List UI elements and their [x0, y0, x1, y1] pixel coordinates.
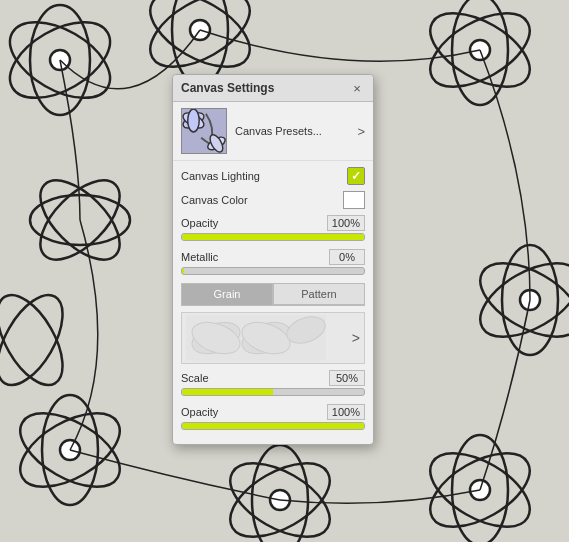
scale-slider-track[interactable]: [181, 388, 365, 396]
metallic-slider-fill: [182, 268, 184, 274]
preset-label-row[interactable]: Canvas Presets... >: [235, 124, 365, 139]
canvas-settings-dialog: Canvas Settings × Canvas Presets... >: [172, 74, 374, 445]
opacity2-slider-track[interactable]: [181, 422, 365, 430]
grain-preview-image: [186, 315, 326, 361]
opacity2-label: Opacity: [181, 406, 218, 418]
grain-preview: >: [181, 312, 365, 364]
grain-next-arrow-icon[interactable]: >: [352, 330, 360, 346]
opacity-slider-fill: [182, 234, 364, 240]
canvas-lighting-label: Canvas Lighting: [181, 170, 260, 182]
scale-slider-row: Scale 50%: [181, 370, 365, 396]
canvas-lighting-checkbox[interactable]: [347, 167, 365, 185]
opacity-label: Opacity: [181, 217, 218, 229]
opacity2-value: 100%: [327, 404, 365, 420]
opacity-value: 100%: [327, 215, 365, 231]
opacity2-slider-fill: [182, 423, 364, 429]
tab-pattern[interactable]: Pattern: [273, 283, 365, 305]
svg-point-37: [188, 109, 199, 132]
preset-label: Canvas Presets...: [235, 125, 322, 137]
grain-pattern-tabs: Grain Pattern: [181, 283, 365, 306]
tab-grain[interactable]: Grain: [181, 283, 273, 305]
metallic-slider-track[interactable]: [181, 267, 365, 275]
metallic-slider-row: Metallic 0%: [181, 249, 365, 275]
scale-label: Scale: [181, 372, 209, 384]
canvas-color-label: Canvas Color: [181, 194, 248, 206]
preset-thumbnail: [181, 108, 227, 154]
close-button[interactable]: ×: [349, 80, 365, 96]
metallic-label: Metallic: [181, 251, 218, 263]
dialog-title: Canvas Settings: [181, 81, 274, 95]
metallic-value: 0%: [329, 249, 365, 265]
dialog-titlebar: Canvas Settings ×: [173, 75, 373, 102]
opacity-slider-row: Opacity 100%: [181, 215, 365, 241]
scale-value: 50%: [329, 370, 365, 386]
canvas-lighting-row: Canvas Lighting: [181, 167, 365, 185]
opacity-slider-track[interactable]: [181, 233, 365, 241]
canvas-color-row: Canvas Color: [181, 191, 365, 209]
preset-row: Canvas Presets... >: [173, 102, 373, 161]
settings-content: Canvas Lighting Canvas Color Opacity 100…: [173, 161, 373, 444]
preset-arrow-icon: >: [357, 124, 365, 139]
canvas-color-swatch[interactable]: [343, 191, 365, 209]
scale-slider-fill: [182, 389, 273, 395]
opacity2-slider-row: Opacity 100%: [181, 404, 365, 430]
